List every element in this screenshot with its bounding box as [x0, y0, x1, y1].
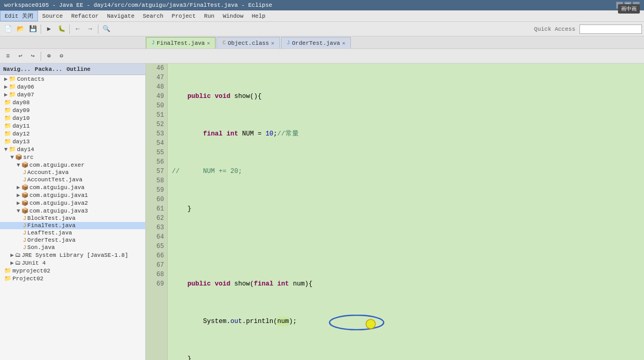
menu-source[interactable]: Source — [38, 10, 67, 21]
tab-objectclass-icon: C — [222, 40, 225, 46]
day07-label: day07 — [17, 92, 34, 98]
tab-finaltest-label: FinalTest.java — [157, 40, 205, 46]
menu-navigate[interactable]: Navigate — [103, 10, 138, 21]
sidebar-item-day13[interactable]: 📁 day13 — [0, 138, 145, 145]
code-line-49: } — [172, 204, 640, 214]
tabs-row: J FinalTest.java ✕ C Object.class ✕ J Or… — [0, 36, 644, 49]
sidebar-item-leaftest[interactable]: J LeafTest.java — [0, 229, 145, 237]
code-line-46: public void show(){ — [172, 92, 640, 101]
jre-icon: 🗂 — [15, 252, 21, 258]
sidebar-item-java[interactable]: ▶ 📦 com.atguigu.java — [0, 183, 145, 191]
day13-folder-icon: 📁 — [4, 138, 11, 145]
toolbar-sep-2 — [69, 24, 70, 34]
sidebar-item-son[interactable]: J Son.java — [0, 244, 145, 251]
ln-55: 55 — [149, 148, 164, 157]
menu-help[interactable]: Help — [248, 10, 270, 21]
sidebar-item-day12[interactable]: 📁 day12 — [0, 130, 145, 138]
sidebar-item-day07[interactable]: ▶ 📁 day07 — [0, 91, 145, 98]
sidebar-item-myproject02[interactable]: 📁 myproject02 — [0, 267, 145, 275]
java3-icon: 📦 — [21, 207, 29, 214]
sidebar-item-java3[interactable]: ▼ 📦 com.atguigu.java3 — [0, 207, 145, 215]
myproject02-folder-icon: 📁 — [4, 267, 11, 274]
day06-expand-icon: ▶ — [4, 83, 8, 90]
code-content[interactable]: public void show(){ final int NUM = 10;/… — [168, 64, 644, 360]
sidebar-item-src[interactable]: ▼ 📦 src — [0, 153, 145, 161]
line-numbers: 46 47 48 49 50 51 52 53 54 55 56 57 58 5… — [146, 64, 168, 360]
src-expand-icon: ▼ — [10, 154, 14, 160]
sec-toolbar-btn2[interactable]: ↩ — [15, 51, 26, 62]
tab-ordertest-label: OrderTest.java — [292, 40, 340, 46]
menu-edit[interactable]: Edit 关闭 — [0, 10, 38, 21]
sidebar-item-finaltest[interactable]: J FinalTest.java — [0, 222, 145, 229]
sec-toolbar-btn5[interactable]: ⊖ — [56, 51, 67, 62]
sidebar-item-java2[interactable]: ▶ 📦 com.atguigu.java2 — [0, 199, 145, 207]
ln-47: 47 — [149, 73, 164, 82]
sidebar-item-jre[interactable]: ▶ 🗂 JRE System Library [JavaSE-1.8] — [0, 251, 145, 259]
java2-expand-icon: ▶ — [17, 200, 20, 206]
sidebar-item-accounttest[interactable]: J AccountTest.java — [0, 176, 145, 183]
sec-toolbar-btn1[interactable]: ≡ — [2, 51, 14, 62]
ln-59: 59 — [149, 185, 164, 195]
day10-label: day10 — [12, 115, 30, 121]
ln-56: 56 — [149, 157, 164, 167]
code-line-52: System.out.println(num); — [172, 317, 640, 326]
tab-objectclass[interactable]: C Object.class ✕ — [217, 37, 280, 48]
menu-search[interactable]: Search — [138, 10, 168, 21]
sidebar-item-junit[interactable]: ▶ 🗂 JUnit 4 — [0, 259, 145, 267]
sidebar-item-project02[interactable]: 📁 Project02 — [0, 275, 145, 282]
toolbar-open[interactable]: 📂 — [15, 23, 26, 35]
tab-ordertest[interactable]: J OrderTest.java ✕ — [281, 37, 351, 48]
toolbar-search[interactable]: 🔍 — [100, 23, 112, 35]
sec-toolbar-btn3[interactable]: ↪ — [27, 51, 39, 62]
toolbar-forward[interactable]: → — [84, 23, 96, 35]
sidebar-item-exer[interactable]: ▼ 📦 com.atguigu.exer — [0, 161, 145, 169]
sidebar-item-contacts[interactable]: ▶ 📁 Contacts — [0, 75, 145, 83]
sidebar-item-ordertest[interactable]: J OrderTest.java — [0, 237, 145, 244]
contacts-label: Contacts — [17, 76, 45, 82]
quick-access-input[interactable] — [579, 24, 642, 34]
java-expand-icon: ▶ — [17, 184, 20, 191]
day09-label: day09 — [12, 107, 30, 114]
sec-toolbar-btn4[interactable]: ⊕ — [43, 51, 55, 62]
sidebar-item-account[interactable]: J Account.java — [0, 169, 145, 176]
sidebar-item-day10[interactable]: 📁 day10 — [0, 114, 145, 122]
editor-area[interactable]: 46 47 48 49 50 51 52 53 54 55 56 57 58 5… — [146, 64, 644, 360]
java1-label: com.atguigu.java1 — [30, 192, 88, 198]
toolbar-sep-1 — [41, 24, 41, 34]
day14-expand-icon: ▼ — [4, 146, 8, 153]
jre-label: JRE System Library [JavaSE-1.8] — [22, 252, 129, 258]
sidebar-item-day06[interactable]: ▶ 📁 day06 — [0, 83, 145, 91]
java1-icon: 📦 — [21, 192, 29, 198]
sidebar-item-day08[interactable]: 📁 day08 — [0, 98, 145, 106]
sidebar-item-day14[interactable]: ▼ 📁 day14 — [0, 145, 145, 153]
sidebar-item-java1[interactable]: ▶ 📦 com.atguigu.java1 — [0, 191, 145, 199]
son-label: Son.java — [28, 244, 55, 251]
code-line-50 — [172, 242, 640, 251]
toolbar-debug[interactable]: 🐛 — [56, 23, 67, 35]
tab-finaltest-close[interactable]: ✕ — [207, 40, 210, 46]
sidebar-item-blocktest[interactable]: J BlockTest.java — [0, 215, 145, 222]
menu-refactor[interactable]: Refactor — [67, 10, 103, 21]
sidebar-item-day09[interactable]: 📁 day09 — [0, 106, 145, 114]
tab-ordertest-close[interactable]: ✕ — [342, 40, 345, 46]
sidebar-outline-label: Outline — [67, 66, 91, 72]
menu-window[interactable]: Window — [219, 10, 248, 21]
ln-61: 61 — [149, 204, 164, 214]
tab-finaltest[interactable]: J FinalTest.java ✕ — [146, 37, 216, 48]
sidebar-header: Navig... Packa... Outline — [0, 64, 145, 75]
toolbar-sep-3 — [98, 24, 98, 34]
code-line-48: // NUM += 20; — [172, 167, 640, 176]
contacts-expand-icon: ▶ — [4, 76, 8, 82]
toolbar-run[interactable]: ▶ — [43, 23, 55, 35]
sidebar-pack-label: Packa... — [35, 66, 62, 72]
menu-run[interactable]: Run — [200, 10, 219, 21]
ln-58: 58 — [149, 176, 164, 185]
toolbar-new[interactable]: 📄 — [2, 23, 14, 35]
ln-67: 67 — [149, 260, 164, 270]
menu-project[interactable]: Project — [168, 10, 200, 21]
main-toolbar: 📄 📂 💾 ▶ 🐛 ← → 🔍 画中画 Quick Access — [0, 22, 644, 36]
toolbar-save[interactable]: 💾 — [27, 23, 39, 35]
toolbar-back[interactable]: ← — [72, 23, 83, 35]
sidebar-item-day11[interactable]: 📁 day11 — [0, 122, 145, 130]
tab-objectclass-close[interactable]: ✕ — [271, 40, 274, 46]
